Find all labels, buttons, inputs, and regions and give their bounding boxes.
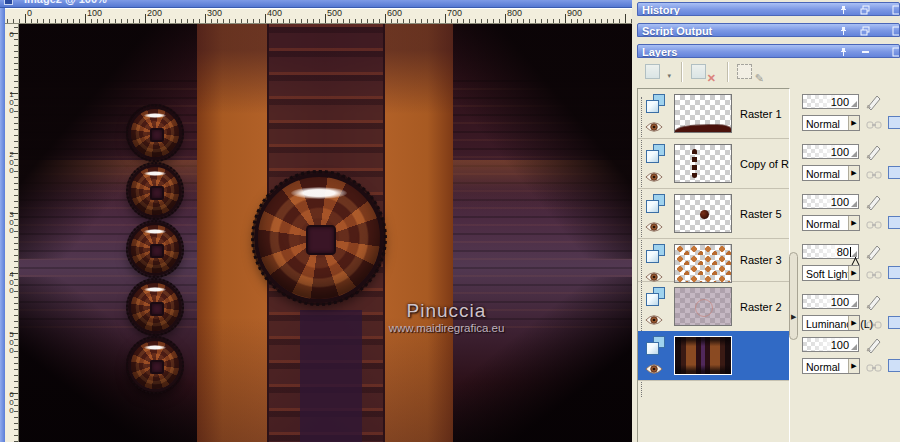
close-icon[interactable] xyxy=(892,26,900,36)
horizontal-ruler[interactable]: 0100200300400500600700800900 xyxy=(5,8,632,24)
link-layer-icon[interactable] xyxy=(866,117,882,129)
ruler-tick-label: 500 xyxy=(327,9,342,18)
layer-controls: 100 Normal ▶ xyxy=(802,331,900,380)
layer-group-icon[interactable] xyxy=(888,166,900,179)
history-panel-titlebar[interactable]: History xyxy=(637,2,900,16)
dropdown-arrow-icon[interactable]: ▶ xyxy=(848,316,859,330)
visibility-eye-icon[interactable] xyxy=(645,361,663,373)
dropdown-arrow-icon[interactable]: ▶ xyxy=(848,166,859,180)
image-window-titlebar[interactable]: Image2 @ 100% xyxy=(0,0,632,8)
visibility-eye-icon[interactable] xyxy=(645,269,663,281)
new-layer-button[interactable]: ▾ xyxy=(643,62,671,84)
link-layer-icon[interactable] xyxy=(866,217,882,229)
layer-name: Raster 3 xyxy=(740,239,782,281)
close-icon[interactable] xyxy=(892,5,900,15)
script-output-panel-titlebar[interactable]: Script Output xyxy=(637,23,900,37)
blend-mode-value: Normal xyxy=(806,218,840,230)
layer-row[interactable]: Copy of Raster 5 xyxy=(638,139,789,189)
link-layer-icon[interactable] xyxy=(866,267,882,279)
layer-controls: 100 Normal ▶ xyxy=(802,138,900,188)
layer-thumbnail[interactable] xyxy=(674,244,732,283)
layer-controls: 80 Soft Light ▶ xyxy=(802,238,900,288)
blend-mode-dropdown[interactable]: Soft Light ▶ xyxy=(802,265,860,281)
layer-row[interactable]: Raster 2 xyxy=(638,282,789,331)
float-icon[interactable] xyxy=(860,26,871,36)
opacity-slider[interactable]: 100 xyxy=(802,144,859,159)
opacity-slider-handle[interactable] xyxy=(851,151,857,157)
layer-thumbnail[interactable] xyxy=(674,94,732,133)
layer-thumbnail[interactable] xyxy=(674,336,732,375)
dropdown-arrow-icon[interactable]: ▶ xyxy=(848,359,859,373)
opacity-value: 100 xyxy=(831,339,849,351)
layer-name: Raster 2 xyxy=(740,282,782,331)
opacity-slider-handle[interactable] xyxy=(851,201,857,207)
opacity-slider[interactable]: 100 xyxy=(802,194,859,209)
toolbar-separator xyxy=(727,62,728,82)
layer-group-icon[interactable] xyxy=(888,266,900,279)
pencil-icon: ✎ xyxy=(755,72,764,85)
lock-transparency-brush-icon[interactable] xyxy=(864,92,884,110)
opacity-slider[interactable]: 80 xyxy=(802,244,859,259)
pane-splitter-handle[interactable]: ▶ xyxy=(789,252,798,340)
layer-row[interactable]: Raster 3 xyxy=(638,239,789,282)
float-icon[interactable] xyxy=(892,47,900,57)
link-layer-icon[interactable] xyxy=(866,317,882,329)
lock-transparency-brush-icon[interactable] xyxy=(864,292,884,310)
visibility-eye-icon[interactable] xyxy=(645,169,663,181)
layer-row[interactable]: Raster 5 xyxy=(638,189,789,239)
panel-title: Layers xyxy=(642,46,677,58)
layer-group-icon[interactable] xyxy=(888,359,900,372)
delete-layer-button[interactable]: ✕ xyxy=(689,62,717,84)
minimize-icon[interactable] xyxy=(860,50,871,58)
vertical-ruler[interactable]: 0100200300400500600 xyxy=(5,24,19,442)
opacity-slider[interactable]: 100 xyxy=(802,294,859,309)
float-icon[interactable] xyxy=(860,5,871,15)
artwork-signature: Pinuccia xyxy=(349,300,544,322)
ruler-tick-label: 800 xyxy=(507,9,522,18)
blend-mode-dropdown[interactable]: Normal ▶ xyxy=(802,165,860,181)
blend-mode-dropdown[interactable]: Normal ▶ xyxy=(802,358,860,374)
dropdown-arrow-icon[interactable]: ▶ xyxy=(848,266,859,280)
layer-thumbnail[interactable] xyxy=(674,194,732,233)
edit-selection-button[interactable]: ✎ xyxy=(735,62,763,84)
opacity-slider[interactable]: 100 xyxy=(802,94,859,109)
dropdown-arrow-icon[interactable]: ▶ xyxy=(848,216,859,230)
lock-transparency-brush-icon[interactable] xyxy=(864,142,884,160)
blend-mode-dropdown[interactable]: Normal ▶ xyxy=(802,115,860,131)
visibility-eye-icon[interactable] xyxy=(645,312,663,324)
layer-thumbnail[interactable] xyxy=(674,287,732,326)
opacity-slider-handle[interactable] xyxy=(851,344,857,350)
link-layer-icon[interactable] xyxy=(866,360,882,372)
layer-row[interactable]: Raster 1 xyxy=(638,89,789,139)
layer-thumbnail[interactable] xyxy=(674,144,732,183)
layer-group-icon[interactable] xyxy=(888,116,900,129)
blend-mode-dropdown[interactable]: Normal ▶ xyxy=(802,215,860,231)
opacity-slider[interactable]: 100 xyxy=(802,337,859,352)
opacity-slider-handle[interactable] xyxy=(851,101,857,107)
ruler-tick-label: 600 xyxy=(387,9,402,18)
pin-icon[interactable] xyxy=(838,47,849,57)
lock-transparency-brush-icon[interactable] xyxy=(864,192,884,210)
pin-icon[interactable] xyxy=(838,5,849,15)
ruler-tick-label: 400 xyxy=(267,9,282,18)
image-window-icon xyxy=(4,0,13,5)
link-layer-icon[interactable] xyxy=(866,167,882,179)
ruler-tick-label: 500 xyxy=(6,330,15,354)
layer-row[interactable] xyxy=(638,331,789,381)
visibility-eye-icon[interactable] xyxy=(645,119,663,131)
lock-transparency-brush-icon[interactable] xyxy=(864,335,884,353)
visibility-eye-icon[interactable] xyxy=(645,219,663,231)
pin-icon[interactable] xyxy=(838,26,849,36)
blend-mode-value: Normal xyxy=(806,168,840,180)
layer-group-icon[interactable] xyxy=(888,316,900,329)
layer-group-icon[interactable] xyxy=(888,216,900,229)
opacity-slider-handle[interactable] xyxy=(851,301,857,307)
layers-panel-titlebar[interactable]: Layers xyxy=(637,44,900,58)
layer-controls: 100 Normal ▶ xyxy=(802,88,900,138)
ruler-tick-label: 300 xyxy=(6,210,15,234)
dropdown-arrow-icon[interactable]: ▶ xyxy=(848,116,859,130)
lock-transparency-brush-icon[interactable] xyxy=(864,242,884,260)
blend-mode-dropdown[interactable]: Luminance (L) ▶ xyxy=(802,315,860,331)
image-canvas[interactable]: Pinuccia www.maidiregrafica.eu xyxy=(19,24,632,442)
ruler-tick-label: 600 xyxy=(6,390,15,414)
